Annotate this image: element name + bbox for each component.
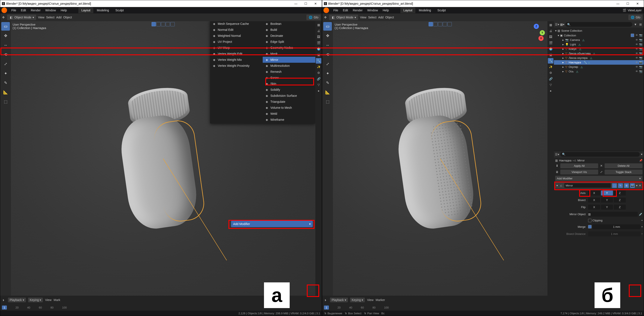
prop-material-icon[interactable]: ● [548,88,554,94]
prop-output-icon[interactable]: 🖨 [316,28,321,34]
minimize-button[interactable]: — [291,0,301,7]
timeline-marker[interactable]: Mark [54,298,60,302]
modifier-menu-item[interactable]: ◈Solidify [263,87,315,93]
modifier-menu-item[interactable]: ◈UV Project [210,39,263,45]
tool-select[interactable]: ▭ [323,22,332,30]
tool-transform[interactable]: ✦ [323,69,332,78]
sel-icon[interactable] [443,22,447,26]
nav-gizmo[interactable]: Z Y X [528,24,545,41]
scene-icon[interactable]: 🎬 [622,8,626,12]
apply-all-button[interactable]: Apply All [560,163,598,168]
clipping-checkbox[interactable] [588,219,592,222]
scene-collection[interactable]: ▾ ▥ Scene Collection [554,28,644,33]
maximize-button[interactable]: ☐ [623,0,633,7]
prop-particle-icon[interactable]: ✨ [548,64,554,70]
tab-sculpt[interactable]: Sculpt [434,7,449,13]
tab-modeling[interactable]: Modeling [416,7,434,13]
outliner-item[interactable]: ▸ 💡 Light◬👁 📷 [554,42,644,47]
tool-cursor[interactable]: ✥ [1,32,10,40]
merge-checkbox[interactable] [588,225,592,228]
toggle-stack-button[interactable]: Toggle Stack [604,170,642,174]
sel-icon[interactable] [428,22,433,26]
collection-row[interactable]: ▾ ▣ Collection 👁 📷 [554,33,644,38]
menu-edit[interactable]: Edit [341,8,350,13]
timeline-keying[interactable]: Keying ▾ [28,298,43,302]
tab-layout[interactable]: Layout [78,7,93,13]
prop-view-icon[interactable]: 🖼 [548,34,554,40]
mode-select[interactable]: ◧Object Mode▾ [329,14,358,20]
modifier-menu-item[interactable]: ◈Wireframe [263,117,315,123]
prop-constraint-icon[interactable]: 🔗 [548,76,554,82]
outliner-item[interactable]: ▸ ▽ Накладка🔧 ◬👁 📷 [554,60,644,65]
viewport-vis-button[interactable]: Viewport Vis [560,170,598,174]
modifier-menu-item[interactable]: ◈Triangulate [263,99,315,105]
bisect-z[interactable]: Z [614,198,626,202]
timeline-view[interactable]: View [367,298,374,302]
menu-help[interactable]: Help [380,8,391,13]
timeline-view[interactable]: View [45,298,52,302]
editor-type-icon[interactable]: ✥ [2,16,5,19]
hdr-object[interactable]: Object [63,16,72,19]
prop-scene-icon[interactable]: 🎬 [548,40,554,46]
prop-modifier-icon[interactable]: 🔧 [548,58,554,64]
modifier-menu-item[interactable]: ◈Mesh Sequence Cache [210,21,263,27]
tool-measure[interactable]: 📐 [323,88,332,96]
timeline-keying[interactable]: Keying ▾ [350,298,365,302]
menu-help[interactable]: Help [58,8,69,13]
modifier-menu-item[interactable]: ◈Volume to Mesh [263,105,315,111]
timeline-playback[interactable]: Playback ▾ [8,298,26,302]
outliner-item[interactable]: ▸ ▽ Окуляр◬👁 📷 [554,65,644,69]
modifier-menu-item[interactable]: ◈Build [263,27,315,33]
modifier-menu-item[interactable]: ◈Mirror [263,57,315,63]
eyedropper-icon[interactable]: 💉 [639,212,642,216]
modifier-menu-item[interactable]: ◈Remesh [263,69,315,75]
modifier-menu-item[interactable]: ◈Multiresolution [263,63,315,69]
prop-physics-icon[interactable]: ⚙ [316,70,321,76]
hdr-select[interactable]: Select [46,16,54,19]
timeline-play-icon[interactable]: ⏵ [324,298,328,302]
editor-type-icon[interactable]: ✥ [324,16,327,19]
sel-icon[interactable] [448,22,452,26]
prop-data-icon[interactable]: ▽ [316,82,321,88]
filter-icon[interactable]: ▼ [634,22,637,26]
tool-annotate[interactable]: ✎ [323,78,332,87]
modifier-menu-item[interactable]: ◈Normal Edit [210,27,263,33]
modifier-menu-item[interactable]: ◈Weld [263,111,315,117]
hdr-add[interactable]: Add [56,16,62,19]
menu-file[interactable]: File [9,8,18,13]
sel-icon[interactable] [170,22,175,26]
sel-icon[interactable] [156,22,160,26]
close-button[interactable]: ✕ [633,0,642,7]
frame-current[interactable]: 1 [324,306,329,310]
outliner-item[interactable]: ▸ ▽ Линза окуляра◬👁 📷 [554,56,644,60]
modifier-menu-item[interactable]: ◈Subdivision Surface [263,93,315,99]
sel-icon[interactable] [438,22,442,26]
object-picker[interactable]: ▥ [588,212,591,216]
outliner-type-icon[interactable]: ☰▾ [555,22,559,26]
prop-output-icon[interactable]: 🖨 [548,28,554,34]
menu-file[interactable]: File [331,8,340,13]
merge-value[interactable]: 1 mm [592,224,640,229]
tool-scale[interactable]: ⤢ [1,60,10,68]
prop-material-icon[interactable]: ● [316,88,321,94]
tool-select[interactable]: ▭ [1,22,10,30]
search-input[interactable]: 🔍 [566,22,632,27]
pin-icon[interactable]: 📌 [639,159,642,162]
tab-modeling[interactable]: Modeling [94,7,112,13]
modifier-menu-item[interactable]: ◈Boolean [263,21,315,27]
prop-render-icon[interactable]: ▦ [316,22,321,28]
add-modifier-dropdown[interactable]: Add Modifier▾ [555,176,642,181]
sel-icon[interactable] [433,22,438,26]
timeline-playback[interactable]: Playback ▾ [330,298,348,302]
orientation-select[interactable]: 🌐Glo [628,14,642,20]
tool-addcube[interactable]: ⬚ [323,98,332,106]
flip-y[interactable]: Y [601,205,613,210]
timeline-marker[interactable]: Marker [376,298,385,302]
modifier-menu-item[interactable]: ◈Decimate [263,33,315,39]
outliner-item[interactable]: ▸ ▽ Ось◬👁 📷 [554,69,644,74]
prop-render-icon[interactable]: ▦ [548,22,554,28]
search-input[interactable]: 🔍 [560,152,640,157]
tab-sculpt[interactable]: Sculpt [112,7,127,13]
menu-window[interactable]: Window [43,8,58,13]
modifier-menu-item[interactable]: ◈Weighted Normal [210,33,263,39]
